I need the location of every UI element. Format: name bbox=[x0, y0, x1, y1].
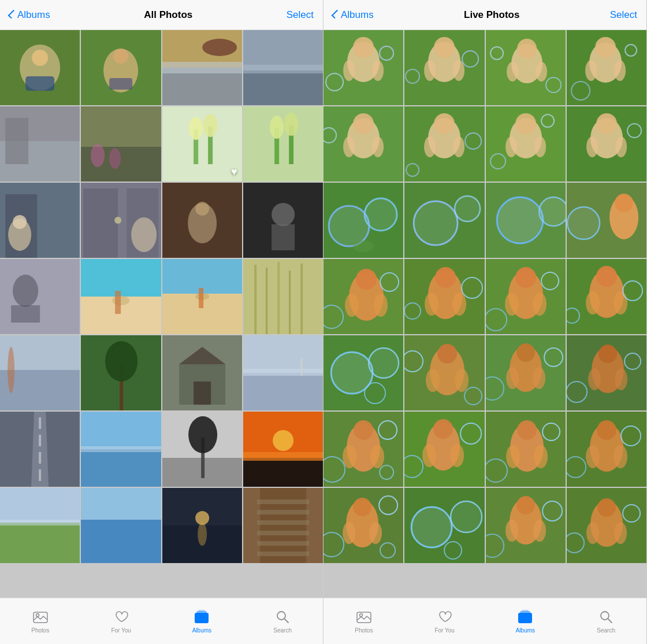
svg-point-244 bbox=[598, 345, 617, 363]
photo-cell[interactable] bbox=[162, 488, 242, 563]
photo-cell[interactable] bbox=[81, 259, 161, 334]
photo-cell[interactable] bbox=[243, 106, 323, 182]
photo-cell[interactable] bbox=[404, 106, 484, 182]
photo-cell[interactable] bbox=[323, 106, 403, 182]
svg-point-204 bbox=[425, 293, 438, 316]
svg-point-281 bbox=[343, 522, 355, 544]
tab-for-you[interactable]: For You bbox=[81, 598, 162, 644]
svg-point-156 bbox=[424, 136, 436, 157]
photo-cell[interactable] bbox=[404, 183, 484, 258]
tab-search-label-right: Search bbox=[597, 627, 615, 634]
photo-cell[interactable] bbox=[0, 30, 80, 105]
svg-point-163 bbox=[505, 136, 517, 157]
photo-cell[interactable] bbox=[162, 183, 242, 258]
live-photos-select-button[interactable]: Select bbox=[610, 9, 637, 21]
photo-cell[interactable] bbox=[404, 335, 484, 410]
tab-albums-label: Albums bbox=[192, 627, 211, 634]
photo-cell[interactable] bbox=[243, 183, 323, 258]
photo-cell[interactable] bbox=[567, 335, 646, 410]
live-photos-back-button[interactable]: Albums bbox=[333, 9, 374, 21]
photo-cell[interactable] bbox=[486, 488, 566, 563]
svg-point-217 bbox=[596, 266, 617, 287]
photo-cell[interactable] bbox=[323, 412, 403, 487]
photo-cell[interactable] bbox=[0, 412, 80, 487]
photo-cell[interactable] bbox=[567, 30, 646, 105]
back-label: Albums bbox=[341, 9, 374, 21]
photo-cell[interactable] bbox=[162, 259, 242, 334]
photo-cell[interactable] bbox=[0, 335, 80, 410]
photo-cell[interactable] bbox=[567, 183, 646, 258]
photo-cell[interactable] bbox=[486, 335, 566, 410]
photo-cell[interactable] bbox=[81, 183, 161, 258]
photo-cell[interactable] bbox=[486, 259, 566, 334]
photo-cell[interactable] bbox=[323, 335, 403, 410]
photo-cell[interactable] bbox=[323, 183, 403, 258]
tab-photos-label: Photos bbox=[31, 627, 49, 634]
photo-cell[interactable] bbox=[486, 183, 566, 258]
svg-point-35 bbox=[13, 215, 27, 229]
svg-point-94 bbox=[273, 430, 293, 451]
photo-cell[interactable] bbox=[162, 412, 242, 487]
all-photos-select-button[interactable]: Select bbox=[287, 9, 314, 21]
photo-cell[interactable] bbox=[243, 412, 323, 487]
photo-cell[interactable] bbox=[404, 259, 484, 334]
photo-cell[interactable] bbox=[404, 30, 484, 105]
photo-cell[interactable] bbox=[243, 488, 323, 563]
svg-line-312 bbox=[608, 619, 612, 623]
svg-point-177 bbox=[365, 198, 397, 231]
photo-cell[interactable] bbox=[323, 259, 403, 334]
photo-cell[interactable] bbox=[0, 488, 80, 563]
svg-point-171 bbox=[615, 136, 627, 157]
all-photos-grid: ♥ bbox=[0, 30, 323, 598]
heart-icon: ♥ bbox=[231, 166, 237, 178]
all-photos-back-button[interactable]: Albums bbox=[9, 9, 50, 21]
photo-cell[interactable] bbox=[323, 488, 403, 563]
svg-point-155 bbox=[434, 113, 455, 134]
svg-point-162 bbox=[515, 113, 536, 134]
photo-cell[interactable] bbox=[567, 259, 646, 334]
photo-cell[interactable] bbox=[323, 30, 403, 105]
tab-albums-right[interactable]: Albums bbox=[485, 598, 566, 644]
photo-cell[interactable] bbox=[162, 335, 242, 410]
svg-rect-63 bbox=[300, 264, 303, 334]
photo-cell[interactable] bbox=[404, 488, 484, 563]
photo-cell[interactable] bbox=[567, 488, 646, 563]
tab-photos[interactable]: Photos bbox=[0, 598, 81, 644]
svg-rect-75 bbox=[243, 373, 323, 410]
photo-cell[interactable] bbox=[81, 488, 161, 563]
svg-point-237 bbox=[516, 343, 535, 362]
tab-for-you-right[interactable]: For You bbox=[404, 598, 485, 644]
svg-point-246 bbox=[615, 368, 627, 390]
photo-cell[interactable] bbox=[404, 412, 484, 487]
photo-cell[interactable] bbox=[0, 259, 80, 334]
photo-cell[interactable] bbox=[0, 106, 80, 182]
svg-rect-81 bbox=[39, 435, 41, 446]
photo-cell[interactable] bbox=[162, 30, 242, 105]
photo-cell[interactable] bbox=[81, 30, 161, 105]
photo-cell[interactable] bbox=[243, 259, 323, 334]
svg-rect-92 bbox=[243, 458, 323, 487]
tab-albums[interactable]: Albums bbox=[162, 598, 243, 644]
photo-cell[interactable] bbox=[567, 412, 646, 487]
live-photos-tab-bar: Photos For You Albums bbox=[323, 598, 646, 644]
photo-cell[interactable] bbox=[567, 106, 646, 182]
photo-cell[interactable] bbox=[486, 30, 566, 105]
photo-cell[interactable]: ♥ bbox=[162, 106, 242, 182]
tab-search[interactable]: Search bbox=[242, 598, 323, 644]
photo-cell[interactable] bbox=[243, 335, 323, 410]
photo-cell[interactable] bbox=[81, 412, 161, 487]
photo-cell[interactable] bbox=[81, 335, 161, 410]
photo-cell[interactable] bbox=[486, 106, 566, 182]
photo-cell[interactable] bbox=[81, 106, 161, 182]
tab-search-right[interactable]: Search bbox=[566, 598, 646, 644]
tab-photos-right[interactable]: Photos bbox=[323, 598, 404, 644]
photo-cell[interactable] bbox=[0, 183, 80, 258]
svg-point-170 bbox=[586, 136, 598, 157]
photo-cell[interactable] bbox=[486, 412, 566, 487]
svg-rect-60 bbox=[266, 268, 267, 334]
svg-point-45 bbox=[272, 203, 295, 226]
photo-cell[interactable] bbox=[243, 30, 323, 105]
svg-point-31 bbox=[284, 113, 298, 136]
svg-rect-7 bbox=[109, 78, 132, 90]
svg-rect-86 bbox=[81, 446, 161, 452]
